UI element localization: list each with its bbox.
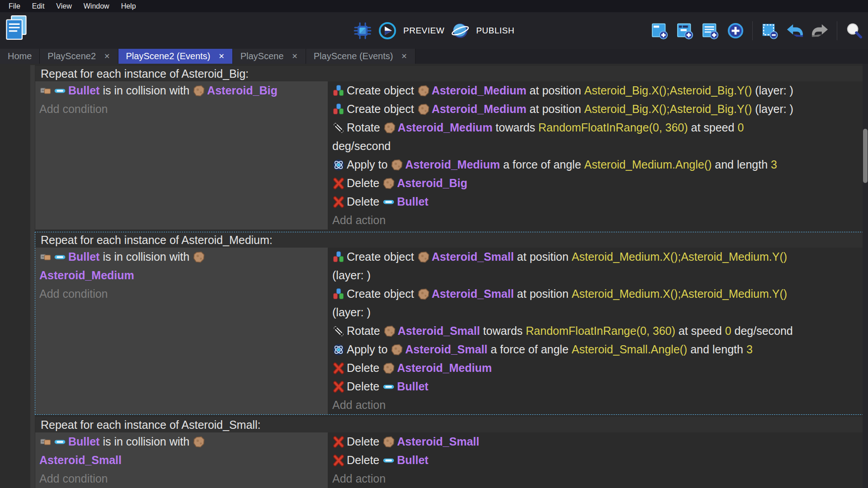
action-line[interactable]: Delete Asteroid_Medium xyxy=(332,359,868,377)
vertical-scrollbar[interactable] xyxy=(863,64,868,488)
action-line[interactable]: Delete Bullet xyxy=(332,377,868,396)
condition-line[interactable]: Bullet is in collision with xyxy=(39,432,328,451)
instruction-text: at position xyxy=(514,287,572,300)
select-events-icon[interactable] xyxy=(761,22,778,39)
menu-item-edit[interactable]: Edit xyxy=(26,0,51,12)
action-line[interactable]: Delete Asteroid_Small xyxy=(332,432,868,451)
action-line[interactable]: Delete Asteroid_Big xyxy=(332,174,868,192)
add-circle-icon[interactable] xyxy=(727,22,744,39)
close-icon[interactable]: ✕ xyxy=(401,52,407,61)
add-action-button[interactable]: Add action xyxy=(332,211,868,230)
action-line[interactable]: Create object Asteroid_Small at position… xyxy=(332,248,868,266)
instruction-text: Delete xyxy=(347,380,382,393)
expression-value: Asteroid_Medium.X();Asteroid_Medium.Y() xyxy=(572,250,788,263)
event-header[interactable]: Repeat for each instance of Asteroid_Med… xyxy=(35,232,868,248)
actions-cell[interactable]: Create object Asteroid_Small at position… xyxy=(328,248,868,414)
condition-line[interactable]: Asteroid_Small xyxy=(39,451,328,469)
conditions-cell[interactable]: Bullet is in collision with Asteroid_Sma… xyxy=(35,432,328,488)
delete-icon xyxy=(332,380,345,393)
preview-label[interactable]: PREVIEW xyxy=(403,26,444,36)
bullet-icon xyxy=(382,380,395,393)
action-line[interactable]: Delete Bullet xyxy=(332,451,868,469)
tab-playscene-events-[interactable]: PlayScene (Events)✕ xyxy=(306,49,415,64)
close-icon[interactable]: ✕ xyxy=(292,52,297,61)
collision-icon xyxy=(39,251,52,263)
action-line[interactable]: (layer: ) xyxy=(332,266,868,285)
gdevelop-logo[interactable] xyxy=(5,15,28,40)
conditions-cell[interactable]: Bullet is in collision with Asteroid_Med… xyxy=(35,248,328,414)
object-name: Asteroid_Big xyxy=(397,177,467,190)
add-condition-button[interactable]: Add condition xyxy=(39,469,328,488)
instruction-text: Delete xyxy=(347,177,382,190)
instruction-text: a force of angle xyxy=(487,343,571,356)
object-name: Asteroid_Medium xyxy=(39,269,134,282)
action-line[interactable]: Apply to Asteroid_Small a force of angle… xyxy=(332,340,868,359)
expression-value: Asteroid_Medium.X();Asteroid_Medium.Y() xyxy=(572,287,788,300)
condition-line[interactable]: Bullet is in collision with xyxy=(39,248,328,266)
add-action-button[interactable]: Add action xyxy=(332,396,868,414)
instruction-text: and length xyxy=(712,158,771,171)
conditions-cell[interactable]: Bullet is in collision with Asteroid_Big… xyxy=(35,81,328,230)
action-line[interactable]: Rotate Asteroid_Medium towards RandomFlo… xyxy=(332,118,868,137)
action-line[interactable]: Rotate Asteroid_Small towards RandomFloa… xyxy=(332,322,868,340)
tab-bar: HomePlayScene2✕PlayScene2 (Events)✕PlayS… xyxy=(0,49,868,64)
action-line[interactable]: (layer: ) xyxy=(332,303,868,322)
event-repeat-for-each[interactable]: Repeat for each instance of Asteroid_Big… xyxy=(35,66,868,230)
condition-line[interactable]: Bullet is in collision with Asteroid_Big xyxy=(39,81,328,100)
search-icon[interactable] xyxy=(845,22,863,39)
event-repeat-for-each[interactable]: Repeat for each instance of Asteroid_Med… xyxy=(35,232,868,415)
action-line[interactable]: Apply to Asteroid_Medium a force of angl… xyxy=(332,155,868,174)
bullet-icon xyxy=(382,454,395,467)
menu-item-view[interactable]: View xyxy=(50,0,77,12)
add-comment-icon[interactable] xyxy=(702,22,719,39)
instruction-text: is in collision with xyxy=(99,84,193,97)
event-header[interactable]: Repeat for each instance of Asteroid_Big… xyxy=(35,66,868,81)
close-icon[interactable]: ✕ xyxy=(104,52,110,61)
condition-line[interactable]: Asteroid_Medium xyxy=(39,266,328,285)
actions-cell[interactable]: Delete Asteroid_SmallDelete BulletAdd ac… xyxy=(328,432,868,488)
asteroid-icon xyxy=(417,84,430,97)
instruction-text: towards xyxy=(492,121,538,134)
object-name: Asteroid_Medium xyxy=(398,121,493,134)
tab-playscene[interactable]: PlayScene✕ xyxy=(233,49,306,64)
scrollbar-thumb[interactable] xyxy=(863,129,868,183)
action-line[interactable]: deg/second xyxy=(332,137,868,155)
add-condition-button[interactable]: Add condition xyxy=(39,100,328,118)
menu-item-help[interactable]: Help xyxy=(115,0,142,12)
actions-cell[interactable]: Create object Asteroid_Medium at positio… xyxy=(328,81,868,230)
action-line[interactable]: Delete Bullet xyxy=(332,192,868,211)
event-header[interactable]: Repeat for each instance of Asteroid_Sma… xyxy=(35,417,868,432)
instruction-text: (layer: ) xyxy=(332,306,371,319)
instruction-text: (layer: ) xyxy=(332,269,371,282)
undo-icon[interactable] xyxy=(786,22,803,39)
collision-icon xyxy=(39,84,52,97)
action-line[interactable]: Create object Asteroid_Medium at positio… xyxy=(332,81,868,100)
add-condition-button[interactable]: Add condition xyxy=(39,285,328,303)
instruction-text: towards xyxy=(480,324,526,338)
add-event-icon[interactable] xyxy=(651,22,668,39)
collision-icon xyxy=(39,436,52,448)
add-subevent-icon[interactable] xyxy=(676,22,693,39)
tab-home[interactable]: Home xyxy=(0,49,40,64)
object-name: Asteroid_Medium xyxy=(432,103,527,116)
close-icon[interactable]: ✕ xyxy=(218,52,224,61)
asteroid-icon xyxy=(383,122,396,134)
preview-button[interactable] xyxy=(378,22,396,40)
object-name: Asteroid_Medium xyxy=(405,158,500,171)
instruction-text: Apply to xyxy=(347,343,391,356)
bullet-icon xyxy=(54,84,66,97)
menu-item-file[interactable]: File xyxy=(3,0,26,12)
asteroid-icon xyxy=(391,159,403,171)
debug-icon[interactable] xyxy=(354,22,372,40)
event-repeat-for-each[interactable]: Repeat for each instance of Asteroid_Sma… xyxy=(35,417,868,488)
expression-value: Asteroid_Small.Angle() xyxy=(572,343,688,356)
action-line[interactable]: Create object Asteroid_Medium at positio… xyxy=(332,100,868,118)
menu-item-window[interactable]: Window xyxy=(78,0,115,12)
redo-icon[interactable] xyxy=(811,22,829,39)
tab-playscene2[interactable]: PlayScene2✕ xyxy=(40,49,118,64)
action-line[interactable]: Create object Asteroid_Small at position… xyxy=(332,285,868,303)
publish-button[interactable] xyxy=(451,22,469,40)
tab-playscene2-events-[interactable]: PlayScene2 (Events)✕ xyxy=(118,49,233,64)
publish-label[interactable]: PUBLISH xyxy=(476,26,514,36)
add-action-button[interactable]: Add action xyxy=(332,469,868,488)
